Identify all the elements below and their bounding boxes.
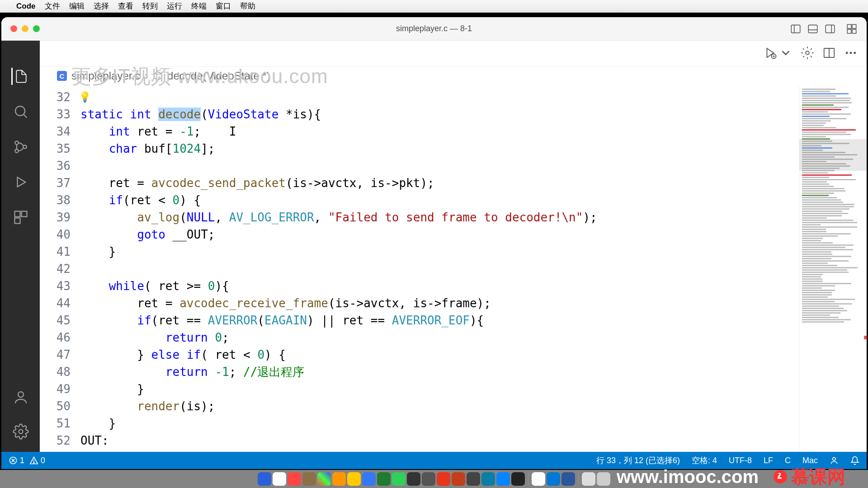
status-language[interactable]: C: [785, 456, 791, 465]
svg-point-35: [774, 470, 787, 483]
svg-marker-15: [17, 178, 25, 187]
activity-scm-icon[interactable]: [12, 138, 29, 155]
panel-right-icon[interactable]: [823, 23, 837, 35]
editor-tabs: [40, 41, 867, 67]
line-number-gutter: 3233343536373839404142434445464748495051…: [40, 85, 80, 452]
panel-bottom-icon[interactable]: [806, 23, 820, 35]
dock-folder-icon[interactable]: [582, 472, 595, 486]
error-count: 1: [20, 456, 24, 465]
activity-extensions-icon[interactable]: [12, 209, 29, 226]
window-maximize-button[interactable]: [33, 25, 40, 32]
code-content[interactable]: 💡static int decode(VideoState *is){ int …: [80, 85, 799, 452]
svg-point-19: [18, 392, 24, 397]
window-close-button[interactable]: [10, 25, 17, 32]
svg-rect-18: [14, 218, 20, 224]
editor-area: 更多IT视频 www.ukoou.com: [40, 41, 867, 452]
app-menu[interactable]: Code: [16, 2, 36, 11]
menu-selection[interactable]: 选择: [94, 1, 109, 11]
svg-rect-8: [847, 29, 851, 33]
activity-account-icon[interactable]: [12, 389, 29, 406]
dock-trash-icon[interactable]: [597, 472, 610, 486]
activity-debug-icon[interactable]: [12, 174, 29, 191]
activity-search-icon[interactable]: [12, 103, 29, 120]
symbol-method-icon: [153, 71, 163, 81]
more-actions-icon[interactable]: [844, 46, 858, 61]
dock-appstore-icon[interactable]: [496, 472, 510, 486]
svg-rect-0: [791, 25, 800, 33]
dock-powerpoint-icon[interactable]: [452, 472, 465, 486]
dock-finder-icon[interactable]: [258, 472, 271, 486]
svg-rect-2: [808, 25, 817, 33]
dock-excel-icon[interactable]: [377, 472, 391, 486]
dock-app-icon[interactable]: [302, 472, 316, 486]
dock-app-icon[interactable]: [392, 472, 406, 486]
svg-point-27: [850, 52, 852, 54]
activity-explorer-icon[interactable]: [11, 68, 28, 85]
code-editor[interactable]: 3233343536373839404142434445464748495051…: [40, 85, 867, 452]
dock-app-icon[interactable]: [362, 472, 376, 486]
svg-line-11: [24, 114, 27, 118]
breadcrumb[interactable]: C simpleplayer.c › decode(VideoState *): [40, 67, 867, 85]
dock-divider: [528, 473, 528, 485]
dock-divider: [578, 473, 579, 485]
breadcrumb-symbol[interactable]: decode(VideoState *): [167, 70, 270, 82]
window-minimize-button[interactable]: [22, 25, 28, 32]
dock-word-icon[interactable]: [561, 472, 575, 486]
menu-edit[interactable]: 编辑: [69, 1, 85, 11]
dock-app-icon[interactable]: [407, 472, 420, 486]
status-cursor-position[interactable]: 行 33，列 12 (已选择6): [596, 455, 680, 466]
dock-app-icon[interactable]: [347, 472, 361, 486]
dock-vscode-icon[interactable]: [547, 472, 560, 486]
dock-chrome-icon[interactable]: [532, 472, 545, 486]
chevron-right-icon: ›: [145, 70, 148, 82]
dock-app-icon[interactable]: [437, 472, 450, 486]
bottom-watermark: www.imooc.com 慕课网: [617, 465, 845, 488]
dock-launchpad-icon[interactable]: [317, 472, 331, 486]
menu-terminal[interactable]: 终端: [191, 1, 207, 11]
dock-app-icon[interactable]: [422, 472, 435, 486]
vscode-window: simpleplayer.c — 8-1: [1, 17, 867, 469]
status-encoding[interactable]: UTF-8: [729, 456, 752, 465]
run-debug-button[interactable]: [764, 46, 777, 61]
run-dropdown-icon[interactable]: [779, 46, 793, 61]
menu-help[interactable]: 帮助: [240, 1, 255, 11]
svg-rect-16: [14, 211, 20, 217]
status-os[interactable]: Mac: [802, 456, 818, 465]
breadcrumb-file[interactable]: simpleplayer.c: [71, 70, 140, 82]
minimap-slider[interactable]: [799, 139, 867, 171]
dock-app-icon[interactable]: [481, 472, 495, 486]
watermark-brand: 慕课网: [772, 465, 845, 488]
layout-customize-icon[interactable]: [845, 23, 859, 35]
svg-point-34: [833, 457, 836, 460]
status-bell-icon[interactable]: [850, 456, 859, 465]
svg-point-23: [806, 51, 809, 55]
dock-app-icon[interactable]: [332, 472, 346, 486]
dock-app-icon[interactable]: [273, 472, 286, 486]
macos-menubar: Code 文件 编辑 选择 查看 转到 运行 终端 窗口 帮助: [0, 0, 868, 13]
menu-window[interactable]: 窗口: [216, 1, 231, 11]
activity-bar: [1, 41, 40, 452]
menu-view[interactable]: 查看: [118, 1, 133, 11]
split-editor-icon[interactable]: [822, 46, 836, 61]
panel-left-icon[interactable]: [789, 23, 802, 35]
dock-app-icon[interactable]: [467, 472, 480, 486]
menu-run[interactable]: 运行: [167, 1, 182, 11]
settings-gear-icon[interactable]: [801, 46, 814, 61]
svg-point-13: [15, 149, 19, 153]
svg-rect-6: [847, 24, 851, 28]
status-eol[interactable]: LF: [764, 456, 773, 465]
svg-rect-4: [826, 25, 835, 33]
window-title: simpleplayer.c — 8-1: [396, 24, 472, 33]
menu-go[interactable]: 转到: [142, 1, 158, 11]
status-indentation[interactable]: 空格: 4: [692, 455, 717, 466]
status-feedback-icon[interactable]: [830, 456, 839, 465]
svg-rect-17: [21, 211, 27, 217]
status-problems[interactable]: 1 0: [9, 456, 45, 465]
svg-point-10: [15, 106, 25, 116]
menu-file[interactable]: 文件: [45, 1, 60, 11]
activity-settings-icon[interactable]: [12, 423, 29, 440]
dock-terminal-icon[interactable]: [511, 472, 525, 486]
dock-app-icon[interactable]: [288, 472, 301, 486]
warning-count: 0: [41, 456, 45, 465]
minimap[interactable]: [799, 85, 867, 452]
